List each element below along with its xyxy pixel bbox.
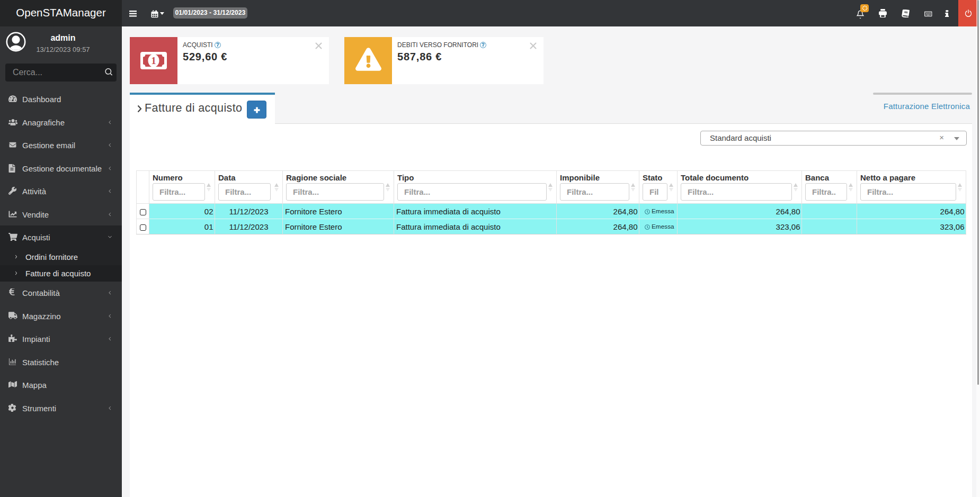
svg-text:1: 1	[151, 55, 156, 66]
